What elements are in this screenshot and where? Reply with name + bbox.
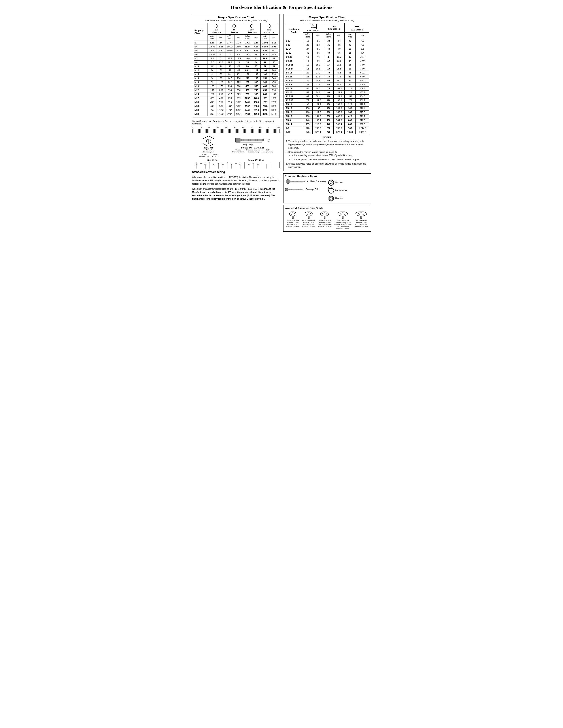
c2-nm: 9.9 [234, 53, 243, 57]
c1-val: 217 [207, 92, 217, 96]
g8-i: 29 [345, 67, 356, 71]
svg-point-71 [329, 180, 334, 185]
c2-val: 202 [225, 81, 234, 84]
svg-point-91 [322, 213, 327, 215]
g8-n: 4.9 [356, 43, 369, 47]
g5-n: 244.8 [334, 106, 345, 110]
c3-nm: 745 [252, 88, 260, 92]
c1-val: 759 [207, 108, 217, 112]
c3-val: 43.44 [243, 45, 252, 49]
metric-table-row: M5 26.4 2.50 60.96 5.75 5.97 8.10 7.15 9… [194, 49, 278, 53]
metric-table-row: M4 13.44 1.28 30.72 2.90 43.44 4.10 52.5… [194, 45, 278, 49]
g2-n: 47.6 [313, 83, 324, 86]
c1-inlbs: in/lbsft/lbs [207, 34, 217, 41]
svg-point-87 [305, 212, 313, 216]
c1-val: 26 [207, 69, 217, 73]
g8-nm: Nm. [356, 33, 369, 39]
c1-nm: .56 [217, 41, 225, 45]
g5-i: 150 [324, 102, 334, 106]
g2-i: 75 [303, 98, 313, 102]
metric-table-row: M10 15 21 35 48 50 67 59 81 [194, 65, 278, 69]
svg-marker-70 [303, 181, 305, 182]
standard-table-row: 7/8-14 155 210.8 440 598.4 660 897.6 [285, 122, 369, 126]
notes-title: NOTES [285, 136, 369, 139]
g5-i: 640 [324, 130, 334, 134]
g2-n: 8.6 [313, 59, 324, 63]
c1-val: 435 [207, 100, 217, 104]
hw-size-cell: 7/16-14 [285, 79, 303, 83]
c4-val: 656 [260, 88, 270, 92]
g5-i: 580 [324, 126, 334, 130]
svg-text:Body: Body [267, 139, 270, 141]
screw-svg: Body Length Body Diameter [235, 135, 270, 146]
c3-val: 136 [243, 73, 252, 77]
svg-point-88 [307, 213, 311, 215]
g5-n: 13.6 [334, 59, 345, 63]
c2-nm: 24 [234, 61, 243, 65]
c1-nm: 88 [217, 77, 225, 81]
c4-nm: 5150 [269, 112, 278, 116]
c1-val: 590 [207, 104, 217, 108]
hardware-grade-header: HardwareGrade [285, 23, 303, 39]
svg-rect-61 [290, 181, 303, 182]
c1-val: 7.7 [207, 61, 217, 65]
g2-i: 140 [303, 118, 313, 122]
metric-table-row: M8 7.7 10.5 17.7 24 25 34 29 40 [194, 61, 278, 65]
c2-nm: 48 [234, 65, 243, 69]
c2-nm: 16.5 [234, 57, 243, 61]
g2-i: 20 [303, 43, 313, 47]
c3-val: 1902 [243, 104, 252, 108]
standard-table-row: 10-24 27 3.1 43 4.9 60 6.8 [285, 47, 369, 51]
hex-capscrew-label: Hex Head Capscrew [306, 180, 326, 183]
lockwasher-label: Lockwasher [336, 189, 347, 192]
c2-nm: 2360 [234, 108, 243, 112]
standard-table-row: 3/4-16 180 244.8 300 408.0 420 571.2 [285, 114, 369, 118]
size-cell: M16 [194, 77, 208, 81]
metric-table-row: M18 89 121 202 275 287 390 346 470 [194, 81, 278, 84]
wrench-item-3: 3/8" Bolt or NutWrench—9/16" M10 Bolt or… [319, 212, 331, 230]
c4-nm: 470 [269, 81, 278, 84]
standard-table-row: 3/4-10 160 217.6 260 353.6 386 525.0 [285, 110, 369, 114]
g8-i: 386 [345, 110, 356, 114]
c4-nm: 16.5 [269, 53, 278, 57]
c3-nm: 34 [252, 61, 260, 65]
c1-nm: 1340 [217, 112, 225, 116]
wrench-item-4: 7/16" Bolt or NutWrench (Bolt)—5/8"Wrenc… [334, 212, 351, 230]
g5-n: 788.8 [334, 126, 345, 130]
svg-point-72 [330, 182, 332, 184]
g8-n: 34.0 [356, 63, 369, 67]
c3-val: 1401 [243, 100, 252, 104]
c1-nm: 21 [217, 65, 225, 69]
g2-n: 122.4 [313, 102, 324, 106]
g5-i: 90 [324, 90, 334, 94]
g2-n: 15.0 [313, 63, 324, 67]
c4-nm: Nm. [269, 34, 278, 41]
standard-table-row: 3/8-24 23 31.3 35 47.6 50 68.0 [285, 75, 369, 79]
g8-n: 19.0 [356, 59, 369, 63]
ruler-container: 0 10 20 30 40 50 60 70 80 90 100 [192, 126, 280, 133]
g8-i: 900 [345, 126, 356, 130]
size-cell: M3 [194, 41, 208, 45]
c1-nm: 10.5 [217, 61, 225, 65]
hw-size-cell: 1/4-20 [285, 55, 303, 59]
svg-marker-81 [300, 189, 303, 190]
standard-table-row: 1/4-28 76 8.6 10 13.6 14 19.0 [285, 59, 369, 63]
g2-i: 23 [303, 75, 313, 79]
left-column: Torque Specification Chart FOR STANDARD … [192, 14, 280, 202]
g8-i: 1,000 [345, 130, 356, 134]
svg-text:3/4: 3/4 [257, 163, 259, 165]
g2-n: 27.2 [313, 71, 324, 75]
metric-table-row: M24 217 295 497 375 708 960 840 1140 [194, 92, 278, 96]
size-cell: M20 [194, 84, 208, 88]
size-cell: M24 [194, 92, 208, 96]
main-content: Torque Specification Chart FOR STANDARD … [192, 14, 371, 232]
c2-nm: 132 [234, 73, 243, 77]
carriage-bolt-row: Carriage Bolt [285, 187, 327, 192]
g5-n: 4.9 [334, 47, 345, 51]
right-column: Torque Specification Chart FOR STANDARD … [283, 14, 371, 232]
c3-nm: 4.10 [252, 45, 260, 49]
svg-text:1/2: 1/2 [252, 163, 254, 164]
standard-table-row: 5/16-24 12 16.3 19 25.8 29 34.0 [285, 67, 369, 71]
note-2: Recommended seating torque values for lo… [289, 150, 369, 161]
c4-val: 22.92 [260, 41, 270, 45]
